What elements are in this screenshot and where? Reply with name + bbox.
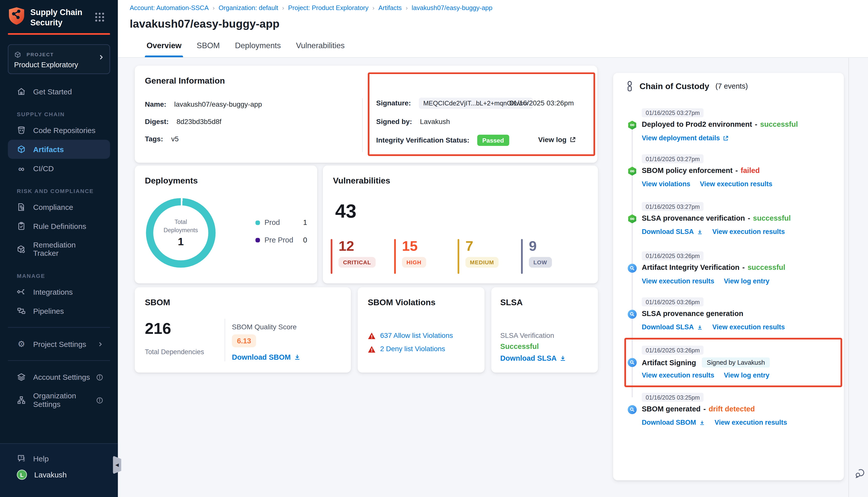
sidebar-item-get-started[interactable]: Get Started — [8, 82, 110, 101]
verify-magnifier-icon — [628, 405, 637, 414]
sidebar-item-code-repositories[interactable]: Code Repositories — [8, 121, 110, 140]
download-slsa-link[interactable]: Download SLSA — [500, 354, 567, 363]
signature-timestamp: 01/16/2025 03:26pm — [509, 99, 574, 107]
breadcrumb-current[interactable]: lavakush07/easy-buggy-app — [412, 4, 492, 11]
chain-event-slsa-generation: 01/16/2025 03:26pm SLSA provenance gener… — [613, 297, 844, 341]
brand-divider — [8, 33, 110, 35]
sidebar-item-artifacts[interactable]: Artifacts — [8, 140, 110, 159]
sbom-violations-card: SBOM Violations 637 Allow list Violation… — [358, 287, 485, 373]
breadcrumb-separator: › — [406, 4, 408, 11]
nav-section-risk: RISK AND COMPLIANCE — [0, 188, 118, 194]
sidebar-item-organization-settings[interactable]: Organization Settings — [8, 387, 110, 414]
sidebar-item-pipelines[interactable]: Pipelines — [8, 301, 110, 321]
chain-title: Chain of Custody — [640, 81, 709, 91]
field-digest: Digest: 8d23bd3b5d8f — [145, 118, 222, 126]
severity-medium: 7 MEDIUM — [458, 239, 499, 274]
download-icon — [294, 353, 301, 361]
allow-list-violations-link[interactable]: 637 Allow list Violations — [380, 331, 453, 339]
view-violations-link[interactable]: View violations — [642, 180, 690, 188]
verify-magnifier-icon — [628, 310, 637, 319]
breadcrumb-organization[interactable]: Organization: default — [219, 4, 278, 11]
sidebar-item-remediation-tracker[interactable]: Remediation Tracker — [8, 236, 110, 262]
view-log-entry-link[interactable]: View log entry — [724, 277, 769, 285]
view-execution-results-link[interactable]: View execution results — [712, 228, 785, 236]
warning-icon — [368, 345, 376, 353]
chain-event-sbom-generated: 01/16/2025 03:25pm SBOM generated-drift … — [613, 393, 844, 437]
sidebar-item-label: Help — [33, 454, 49, 463]
sidebar-item-integrations[interactable]: Integrations — [8, 282, 110, 301]
view-log-link[interactable]: View log — [538, 136, 576, 144]
view-log-entry-link[interactable]: View log entry — [724, 371, 769, 379]
clipboard-check-icon — [17, 222, 26, 231]
chevron-right-icon — [97, 341, 103, 347]
breadcrumb-account[interactable]: Account: Automation-SSCA — [130, 4, 208, 11]
tab-sbom[interactable]: SBOM — [197, 41, 220, 57]
download-icon — [559, 355, 566, 362]
card-title: Vulnerabilities — [333, 176, 390, 185]
pipeline-icon: ∞ — [628, 214, 637, 223]
event-timestamp: 01/16/2025 03:26pm — [642, 297, 704, 307]
sbom-total-dependencies: 216 — [145, 320, 171, 338]
module-grid-icon[interactable] — [94, 11, 106, 23]
legend-dot-purple — [255, 238, 260, 242]
slsa-verification-status: Successful — [500, 342, 539, 351]
verify-magnifier-icon — [628, 358, 637, 367]
sidebar-item-rule-definitions[interactable]: Rule Definitions — [8, 217, 110, 236]
sidebar-item-label: Compliance — [33, 203, 73, 212]
home-icon — [17, 87, 26, 96]
tab-bar: Overview SBOM Deployments Vulnerabilitie… — [146, 41, 345, 57]
project-selector[interactable]: PROJECT Product Exploratory — [8, 44, 110, 74]
download-icon — [699, 420, 705, 426]
tab-vulnerabilities[interactable]: Vulnerabilities — [296, 41, 345, 57]
sidebar-user[interactable]: L Lavakush — [8, 466, 110, 483]
deny-list-violations-link[interactable]: 2 Deny list Violations — [380, 345, 445, 353]
sidebar-item-label: Rule Definitions — [33, 222, 86, 231]
field-value: lavakush07/easy-buggy-app — [174, 100, 262, 108]
external-link-icon — [723, 135, 729, 141]
download-sbom-link[interactable]: Download SBOM — [642, 419, 705, 426]
sidebar-item-compliance[interactable]: Compliance — [8, 198, 110, 217]
download-slsa-link[interactable]: Download SLSA — [642, 228, 703, 236]
view-execution-results-link[interactable]: View execution results — [642, 277, 714, 285]
verify-magnifier-icon — [628, 264, 637, 273]
sidebar-item-label: Integrations — [33, 288, 73, 296]
divider — [362, 98, 363, 152]
tab-deployments[interactable]: Deployments — [235, 41, 281, 57]
sidebar-item-cicd[interactable]: ∞ CI/CD — [8, 159, 110, 178]
sidebar-item-help[interactable]: ? Help — [8, 451, 110, 466]
sidebar-item-project-settings[interactable]: ⚙ Project Settings — [8, 335, 110, 354]
chain-event-artifact-integrity: 01/16/2025 03:26pm Artifact Integrity Ve… — [613, 252, 844, 295]
view-deployment-details-link[interactable]: View deployment details — [642, 134, 729, 142]
field-name: Name: lavakush07/easy-buggy-app — [145, 100, 262, 108]
view-execution-results-link[interactable]: View execution results — [715, 419, 787, 426]
download-icon — [697, 229, 703, 235]
pipeline-icon: ∞ — [628, 167, 637, 176]
infinity-icon: ∞ — [17, 164, 26, 173]
card-title: Deployments — [145, 176, 198, 185]
tab-overview[interactable]: Overview — [146, 41, 181, 57]
breadcrumb-separator: › — [282, 4, 284, 11]
sidebar-item-account-settings[interactable]: Account Settings — [8, 368, 110, 387]
legend-pre-prod: Pre Prod 0 — [255, 236, 307, 244]
document-search-icon — [17, 203, 26, 212]
divider — [8, 360, 110, 361]
download-slsa-link[interactable]: Download SLSA — [642, 323, 703, 331]
breadcrumb-artifacts[interactable]: Artifacts — [378, 4, 402, 11]
view-execution-results-link[interactable]: View execution results — [642, 371, 714, 379]
feedback-chat-icon[interactable] — [854, 468, 865, 479]
donut-label: Deployments — [164, 226, 198, 234]
severity-critical: 12 CRITICAL — [331, 239, 376, 274]
download-sbom-link[interactable]: Download SBOM — [232, 353, 300, 361]
project-name: Product Exploratory — [14, 61, 104, 69]
breadcrumb-separator: › — [212, 4, 214, 11]
nav-section-supply-chain: SUPPLY CHAIN — [0, 111, 118, 117]
view-execution-results-link[interactable]: View execution results — [712, 323, 785, 331]
artifacts-cube-icon — [17, 145, 26, 154]
chevron-right-icon — [98, 54, 104, 61]
sidebar-item-label: Organization Settings — [33, 392, 101, 409]
field-value: v5 — [171, 135, 179, 143]
view-execution-results-link[interactable]: View execution results — [700, 180, 772, 188]
sidebar-item-label: Account Settings — [33, 373, 90, 382]
breadcrumb-project[interactable]: Project: Product Exploratory — [288, 4, 368, 11]
event-timestamp: 01/16/2025 03:25pm — [642, 393, 704, 402]
